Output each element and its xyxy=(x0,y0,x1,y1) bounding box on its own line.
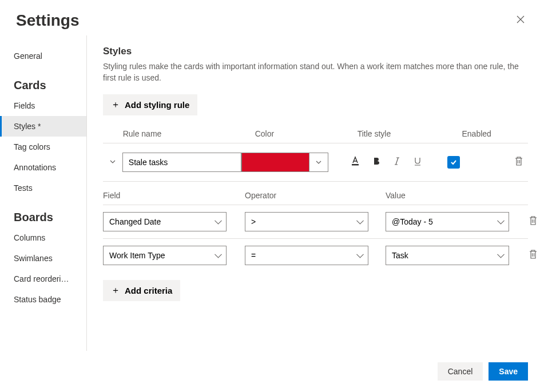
trash-icon xyxy=(514,156,523,166)
sidebar-item-card-reordering[interactable]: Card reorderi… xyxy=(0,269,86,289)
underline-button[interactable] xyxy=(411,155,424,169)
sidebar: General Cards Fields Styles * Tag colors… xyxy=(0,35,87,351)
color-dropdown-button[interactable] xyxy=(309,153,328,172)
save-button[interactable]: Save xyxy=(489,362,528,381)
criteria-operator-select[interactable] xyxy=(245,246,368,265)
delete-rule-button[interactable] xyxy=(512,154,526,170)
plus-icon: ＋ xyxy=(111,99,120,111)
italic-button[interactable] xyxy=(390,155,404,169)
column-header-name: Rule name xyxy=(123,129,255,138)
sidebar-item-columns[interactable]: Columns xyxy=(0,227,86,248)
cancel-button[interactable]: Cancel xyxy=(438,362,483,381)
add-styling-rule-label: Add styling rule xyxy=(125,100,189,110)
color-picker[interactable] xyxy=(241,153,328,172)
criteria-value-select[interactable] xyxy=(386,246,509,265)
add-criteria-button[interactable]: ＋ Add criteria xyxy=(103,280,180,301)
delete-criteria-button[interactable] xyxy=(526,247,540,263)
close-icon xyxy=(517,15,525,23)
criteria-row xyxy=(103,238,528,272)
sidebar-heading-cards: Cards xyxy=(0,74,86,95)
color-swatch[interactable] xyxy=(241,153,309,172)
close-button[interactable] xyxy=(513,12,528,29)
svg-rect-0 xyxy=(352,164,359,166)
font-color-button[interactable] xyxy=(348,155,363,169)
underline-icon xyxy=(413,157,422,166)
sidebar-item-swimlanes[interactable]: Swimlanes xyxy=(0,248,86,269)
column-header-enabled: Enabled xyxy=(462,129,529,138)
add-styling-rule-button[interactable]: ＋ Add styling rule xyxy=(103,94,197,115)
criteria-field-select[interactable] xyxy=(103,212,227,231)
column-header-color: Color xyxy=(255,129,358,138)
criteria-header-value: Value xyxy=(386,191,511,200)
plus-icon: ＋ xyxy=(111,285,120,297)
criteria-value-select[interactable] xyxy=(386,212,509,231)
trash-icon xyxy=(529,249,538,259)
chevron-down-icon[interactable] xyxy=(109,158,116,167)
column-header-title-style: Title style xyxy=(358,129,462,138)
sidebar-item-tag-colors[interactable]: Tag colors xyxy=(0,137,86,157)
add-criteria-label: Add criteria xyxy=(125,286,172,295)
panel-description: Styling rules make the cards with import… xyxy=(103,61,528,84)
sidebar-item-annotations[interactable]: Annotations xyxy=(0,157,86,178)
bold-button[interactable] xyxy=(370,155,383,169)
bold-icon xyxy=(372,157,381,166)
criteria-header-field: Field xyxy=(103,191,245,200)
criteria-header-operator: Operator xyxy=(245,191,386,200)
check-icon xyxy=(450,158,458,166)
delete-criteria-button[interactable] xyxy=(526,213,540,230)
font-color-icon xyxy=(350,156,360,166)
rule-name-input[interactable] xyxy=(122,153,241,172)
style-rule-row xyxy=(103,143,528,182)
criteria-row xyxy=(103,205,528,238)
criteria-operator-select[interactable] xyxy=(245,212,368,231)
sidebar-item-status-badge[interactable]: Status badge xyxy=(0,289,86,310)
main-panel: Styles Styling rules make the cards with… xyxy=(87,35,544,351)
panel-heading: Styles xyxy=(103,46,528,57)
trash-icon xyxy=(529,215,538,226)
sidebar-item-fields[interactable]: Fields xyxy=(0,95,86,116)
sidebar-item-styles[interactable]: Styles * xyxy=(0,116,86,137)
dialog-title: Settings xyxy=(16,11,79,30)
enabled-checkbox[interactable] xyxy=(447,156,460,169)
sidebar-item-general[interactable]: General xyxy=(0,46,86,66)
chevron-down-icon xyxy=(315,159,322,166)
italic-icon xyxy=(392,157,402,166)
sidebar-heading-boards: Boards xyxy=(0,206,86,227)
sidebar-item-tests[interactable]: Tests xyxy=(0,178,86,198)
criteria-field-select[interactable] xyxy=(103,246,227,265)
